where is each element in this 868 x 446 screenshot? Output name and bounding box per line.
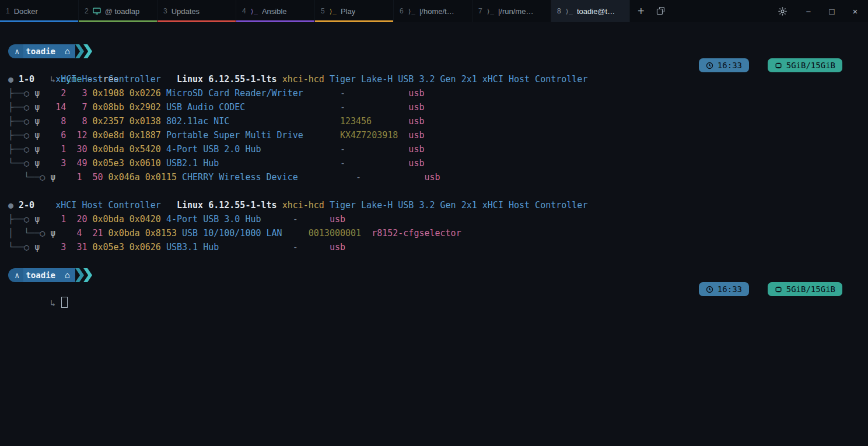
prompt-row: ∧ toadie ⌂ (8, 44, 860, 58)
tabbar-spacer (666, 0, 778, 22)
clock-widget: 16:33 (699, 282, 749, 296)
tab-3[interactable]: 3Updates (158, 0, 236, 22)
maximize-button[interactable]: □ (820, 0, 844, 22)
powerline-chevron-icon (75, 268, 84, 282)
tab-2[interactable]: 2@ toadlap (79, 0, 158, 22)
tab-number: 8 (557, 7, 561, 15)
tab-title: toadie@t… (577, 7, 615, 16)
terminal-prompt-icon: ⟩_ (408, 8, 415, 15)
settings-gear-icon[interactable] (778, 6, 788, 16)
clock-icon (706, 286, 713, 293)
tab-title: |/home/t… (419, 7, 454, 16)
terminal-prompt-icon: ⟩_ (329, 8, 337, 15)
tab-1[interactable]: 1Docker (0, 0, 79, 22)
close-button[interactable]: × (844, 0, 867, 22)
memory-value: 5GiB/15GiB (786, 282, 835, 296)
tab-8[interactable]: 8⟩_toadie@t… (551, 0, 630, 22)
input-line[interactable]: ↳ 16:33 5GiB/15GiB (8, 282, 860, 296)
time-value: 16:33 (718, 282, 742, 296)
tab-number: 4 (242, 7, 246, 15)
tab-number: 2 (85, 7, 89, 15)
terminal-line: ● 2-0 xHCI Host Controller Linux 6.12.55… (8, 198, 860, 212)
prompt-row: ∧ toadie ⌂ (8, 268, 860, 282)
new-tab-button[interactable]: + (638, 5, 645, 17)
tab-title: Play (341, 7, 355, 16)
terminal-line: └──○ ψ 3 49 0x05e3 0x0610 USB2.1 Hub - u… (8, 156, 860, 170)
tab-number: 5 (321, 7, 325, 15)
terminal-line (8, 254, 860, 268)
memory-chip-icon (775, 286, 782, 293)
time-value: 16:33 (718, 58, 742, 72)
powerline-prompt: ∧ toadie ⌂ (8, 268, 92, 282)
minimize-button[interactable]: − (797, 0, 820, 22)
powerline-chevron-icon (83, 268, 92, 282)
os-icon: ∧ (8, 268, 23, 282)
prompt-username: toadie (23, 44, 61, 58)
terminal-line: ● 1-0 xHCI Host Controller Linux 6.12.55… (8, 72, 860, 86)
tab-number: 7 (478, 7, 482, 15)
tab-title: @ toadlap (105, 7, 139, 16)
prompt-continuation-arrow: ↳ (40, 298, 61, 308)
tab-bar: 1Docker2@ toadlap3Updates4⟩_Ansible5⟩_Pl… (0, 0, 868, 22)
terminal-line: ├──○ ψ 1 30 0x0bda 0x5420 4-Port USB 2.0… (8, 142, 860, 156)
tab-title: Updates (172, 7, 200, 16)
home-icon: ⌂ (61, 44, 75, 58)
memory-value: 5GiB/15GiB (786, 58, 835, 72)
tab-strip: 1Docker2@ toadlap3Updates4⟩_Ansible5⟩_Pl… (0, 0, 630, 22)
tab-title: |/run/me… (498, 7, 533, 16)
prompt-username: toadie (23, 268, 61, 282)
tab-4[interactable]: 4⟩_Ansible (236, 0, 315, 22)
clock-icon (706, 62, 713, 69)
clock-widget: 16:33 (699, 58, 749, 72)
terminal-line: ├──○ ψ 8 8 0x2357 0x0138 802.11ac NIC 12… (8, 114, 860, 128)
terminal-line: └──○ ψ 3 31 0x05e3 0x0626 USB3.1 Hub - u… (8, 240, 860, 254)
terminal-line: │ └──○ ψ 4 21 0x0bda 0x8153 USB 10/100/1… (8, 226, 860, 240)
home-icon: ⌂ (61, 268, 75, 282)
terminal-line (8, 184, 860, 198)
terminal-line: ├──○ ψ 14 7 0x08bb 0x2902 USB Audio CODE… (8, 100, 860, 114)
powerline-prompt: ∧ toadie ⌂ (8, 44, 92, 58)
powerline-chevron-icon (83, 44, 92, 58)
tab-number: 6 (400, 7, 404, 15)
command-line: ↳ cyme --tree 16:33 5GiB/15GiB (8, 58, 860, 72)
memory-chip-icon (775, 62, 782, 69)
terminal-prompt-icon: ⟩_ (487, 8, 494, 15)
window-controls: − □ × (778, 0, 868, 22)
panes-layout-icon[interactable] (656, 6, 666, 16)
terminal-line: ├──○ ψ 2 3 0x1908 0x0226 MicroSD Card Re… (8, 86, 860, 100)
tab-actions: + (638, 0, 666, 22)
tab-number: 3 (163, 7, 167, 15)
terminal-line: ├──○ ψ 6 12 0x0e8d 0x1887 Portable Super… (8, 128, 860, 142)
terminal-prompt-icon: ⟩_ (250, 8, 258, 15)
terminal-line: ├──○ ψ 1 20 0x0bda 0x0420 4-Port USB 3.0… (8, 212, 860, 226)
tab-title: Docker (14, 7, 38, 16)
tab-7[interactable]: 7⟩_|/run/me… (473, 0, 551, 22)
memory-widget: 5GiB/15GiB (768, 282, 842, 296)
tab-number: 1 (6, 7, 10, 15)
tab-6[interactable]: 6⟩_|/home/t… (394, 0, 473, 22)
terminal-output: ● 1-0 xHCI Host Controller Linux 6.12.55… (8, 72, 860, 268)
monitor-icon (93, 8, 101, 15)
terminal-window: 1Docker2@ toadlap3Updates4⟩_Ansible5⟩_Pl… (0, 0, 868, 446)
os-icon: ∧ (8, 44, 23, 58)
tab-5[interactable]: 5⟩_Play (315, 0, 394, 22)
terminal-viewport[interactable]: ∧ toadie ⌂ ↳ cyme --tree 16:33 (0, 22, 868, 446)
powerline-chevron-icon (75, 44, 84, 58)
terminal-prompt-icon: ⟩_ (565, 8, 573, 15)
terminal-cursor (61, 297, 68, 308)
tab-title: Ansible (262, 7, 287, 16)
memory-widget: 5GiB/15GiB (768, 58, 842, 72)
terminal-line: └──○ ψ 1 50 0x046a 0x0115 CHERRY Wireles… (8, 170, 860, 184)
